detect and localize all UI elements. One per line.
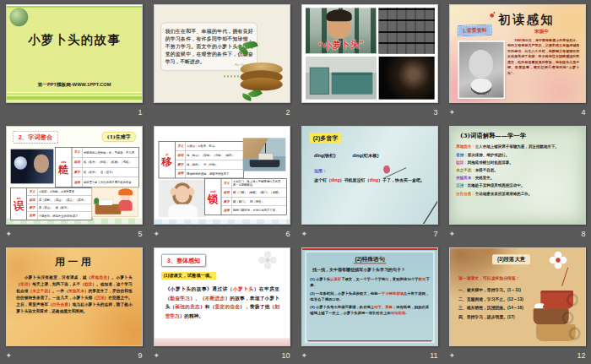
- inventor-lightbulb-photo: [10, 149, 53, 184]
- slide-thumbnail-9[interactable]: 用一用 小萝卜头没有教室，没有课桌，就（席地而坐）。小萝卜头（坚持）每天上课，刮…: [6, 247, 143, 346]
- slide-cell-1: 小萝卜头的故事 第一PPT模板网-WWW.1PPT.COM ✦ 1: [0, 0, 148, 122]
- slide-thumbnail-4[interactable]: 初读感知 1.背景资料 宋振中 1941年出生，是中国年龄最小的革命烈士。他的父…: [449, 4, 586, 103]
- boy-face-illustration: [327, 13, 350, 39]
- row-label: 字义: [26, 188, 36, 196]
- row-value: ①挪动；②改变，变动。: [185, 142, 242, 150]
- row-value: 糙（糙米）（粗糙）（糙粮）（毛糙）: [82, 157, 138, 166]
- slide-number: 6: [285, 230, 290, 238]
- slide-cell-4: 初读感知 1.背景资料 宋振中 1941年出生，是中国年龄最小的革命烈士。他的父…: [443, 0, 591, 122]
- slide-thumbnail-11[interactable]: (2)特殊语句 找一找，文中都有哪些描写小萝卜头学习的句子？ (1) 小萝卜头认…: [301, 247, 438, 346]
- cup-illustration: [533, 308, 568, 324]
- red-line-decoration: [307, 340, 431, 341]
- sentence-list: (1) 小萝卜头认真听了课文，又一个字一个字地写，直到把这16个字默写下来。 (…: [310, 276, 429, 318]
- bottom-band-decoration: [155, 338, 290, 345]
- glossary-entry: 耽误：因拖延或错过时机而误事。: [456, 159, 580, 166]
- slide-number: 11: [430, 351, 437, 360]
- globe-decoration: [9, 8, 28, 26]
- slide-thumbnail-1[interactable]: 小萝卜头的故事 第一PPT模板网-WWW.1PPT.COM: [6, 4, 143, 103]
- slide-number: 10: [281, 351, 290, 360]
- slide-cell-11: (2)特殊语句 找一找，文中都有哪些描写小萝卜头学习的句子？ (1) 小萝卜头认…: [296, 243, 443, 364]
- animation-star-icon: ✦: [449, 231, 456, 238]
- slide-cell-2: 我们生在和平、幸福的年代，拥有良好的学习条件，有许多同学却不知珍惜，不努力学习。…: [148, 0, 296, 122]
- poster-caption: “小萝卜头”: [305, 38, 376, 53]
- wooden-bowls-illustration: [240, 62, 282, 90]
- slide-thumbnail-5[interactable]: 2、字词整合 (1)生难字 cāo 糙 字义米脱壳后未经精制；粗，不细致，不光滑…: [6, 126, 143, 225]
- segment-list: 一、被关狱中，坚持学习。(1～11) 二、克服困难，学习不止。(12～13) 三…: [458, 286, 523, 322]
- slide-number: 12: [577, 351, 585, 360]
- usage-label: 运用：: [313, 168, 326, 173]
- animation-star-icon: ✦: [154, 352, 160, 360]
- slide-thumbnail-12[interactable]: (3)段落大意 读一读课文，可以这样划分段落： 一、被关狱中，坚持学习。(1～1…: [449, 247, 586, 346]
- glossary-list: 席地而坐：古人在地上铺设席子等物为座，后泛指就地坐下。 坚持：坚决保持、维护或进…: [456, 143, 580, 198]
- row-label: 辨字: [221, 197, 231, 205]
- slide-number: 9: [138, 351, 142, 360]
- stem-decoration: [561, 267, 568, 286]
- practice-title: 用一用: [7, 255, 142, 269]
- glossary-entry: 突如其来：突然发生。: [456, 174, 580, 182]
- fill-in-paragraph: 小萝卜头没有教室，没有课桌，就（席地而坐）。小萝卜头（坚持）每天上课，刮风下雨，…: [16, 274, 132, 315]
- sentence-item: (3) 小萝卜头每天先做完事情，趴在地上写字、算题；没有纸笔，妈妈在床铺地上铺了…: [310, 304, 429, 316]
- sentence-item: (2) 一年多时间，小萝卜头进步很大，他能一字不错地背诵几十首古诗词，也学会了俄…: [310, 291, 429, 302]
- ship-photo: [242, 138, 285, 171]
- glossary-title: (3)词语解释——学一学: [459, 131, 525, 139]
- animation-star-icon: ✦: [154, 231, 160, 238]
- row-label: 字义: [221, 179, 231, 188]
- polyphone-title: (2)多音字: [309, 133, 341, 143]
- cup-illustration: [535, 324, 575, 341]
- glossary-entry: 自告奋勇：主动地要求承担某项艰难的工作。: [456, 190, 580, 198]
- sentence-item: (1) 小萝卜头认真听了课文，又一个字一个字地写，直到把这16个字默写下来。: [310, 276, 429, 288]
- biography-text: 1941年出生，是中国年龄最小的革命烈士。他的父母都是共产党员，父亲宋绮云是杨虎…: [507, 38, 578, 76]
- special-sentences-title: (2)特殊语句: [302, 256, 437, 263]
- row-value: 锁（锁门） 销（销售）: [231, 197, 285, 205]
- slide-thumbnail-10[interactable]: 3、整体感知 (1)读课文，试着填一填。 《小萝卜头的故事》通过讲（小萝卜头）在…: [154, 247, 290, 346]
- row-label: 运用: [221, 206, 231, 215]
- slide-thumbnail-6[interactable]: yí 移 字义①挪动；②改变，变动。 组词移（移动）（转移）（迁移）（移民） 辨…: [154, 126, 290, 225]
- word-table: yí 移 字义①挪动；②改变，变动。 组词移（移动）（转移）（迁移）（移民） 辨…: [158, 141, 243, 178]
- slide-thumbnail-7[interactable]: (2)多音字 dīng(铁钉) dìng(钉木板) 运用： 这个钉（dìng）书…: [301, 126, 438, 225]
- section-heading: 3、整体感知: [160, 254, 205, 267]
- animation-star-icon: ✦: [6, 231, 13, 238]
- slide-number: 8: [581, 230, 585, 238]
- slide-cell-7: (2)多音字 dīng(铁钉) dìng(钉木板) 运用： 这个钉（dìng）书…: [296, 122, 443, 243]
- character: 移: [161, 156, 172, 167]
- row-value: 糙（糙米） 造（造句）: [82, 167, 138, 177]
- slide-thumbnail-2[interactable]: 我们生在和平、幸福的年代，拥有良好的学习条件，有许多同学却不知珍惜，不努力学习。…: [154, 4, 290, 103]
- row-label: 组词: [26, 196, 36, 204]
- black-white-photo-montage: [378, 8, 434, 53]
- question-text: 找一找，文中都有哪些描写小萝卜头学习的句子？: [312, 267, 404, 272]
- slide-number: 2: [285, 108, 290, 117]
- row-label: 运用: [175, 169, 185, 177]
- background-material-label: 1.背景资料: [458, 24, 491, 35]
- slide-number: 4: [581, 108, 585, 117]
- slide-cell-3: “小萝卜头” ✦ 3: [296, 0, 443, 122]
- character: 锁: [207, 193, 218, 204]
- row-value: 锁（门锁）（枷锁）（锁门）（连锁）: [231, 188, 285, 197]
- flower-decoration: [265, 258, 269, 262]
- section-title: 2、字词整合: [12, 131, 58, 144]
- row-value: ①安在门、箱上使人不能随便打开的器具；②用锁锁住。: [231, 179, 285, 188]
- row-value: 随着时间的推移，局面有所改变了。: [185, 169, 242, 177]
- row-value: 误（误解）（误会）（误点）（误事）: [37, 196, 91, 204]
- slide-thumbnail-8[interactable]: (3)词语解释——学一学 席地而坐：古人在地上铺设席子等物为座，后泛指就地坐下。…: [449, 126, 586, 225]
- slide-number: 5: [138, 230, 142, 238]
- row-value: 她把门锁好后，才放心地离开了家。: [231, 206, 285, 215]
- row-value: 移（移动）（转移）（迁移）（移民）: [185, 151, 242, 160]
- glossary-entry: 来之不易：来得不容易。: [456, 166, 580, 174]
- row-label: 组词: [72, 157, 82, 166]
- reading-ding1: dīng(铁钉): [313, 153, 334, 158]
- bottom-pattern-decoration: [155, 220, 290, 224]
- row-label: 运用: [72, 177, 82, 187]
- segment-line: 三、难友牺牲，沉浸悲痛。(14～16): [458, 303, 523, 312]
- segment-line: 二、克服困难，学习不止。(12～13): [458, 295, 523, 303]
- slide-sorter-grid: 小萝卜头的故事 第一PPT模板网-WWW.1PPT.COM ✦ 1 我们生在和平…: [0, 0, 591, 364]
- red-bar-decoration: [302, 248, 437, 250]
- row-label: 字义: [175, 142, 185, 150]
- presentation-title: 小萝卜头的故事: [7, 32, 142, 49]
- animation-star-icon: ✦: [6, 352, 13, 360]
- summary-paragraph: 《小萝卜头的故事》通过讲（小萝卜头）在牢房里（勤奋学习）、（不断进步）的故事，表…: [165, 285, 279, 320]
- row-label: 字义: [72, 148, 82, 157]
- slide-thumbnail-3[interactable]: “小萝卜头”: [301, 4, 438, 103]
- word-table: wù 误 字义①错误；②耽搁；③使受损害。 组词误（误解）（误会）（误点）（误事…: [9, 187, 91, 220]
- paragraph-summary-title: (3)段落大意: [491, 254, 529, 264]
- baby-photo: [458, 41, 505, 99]
